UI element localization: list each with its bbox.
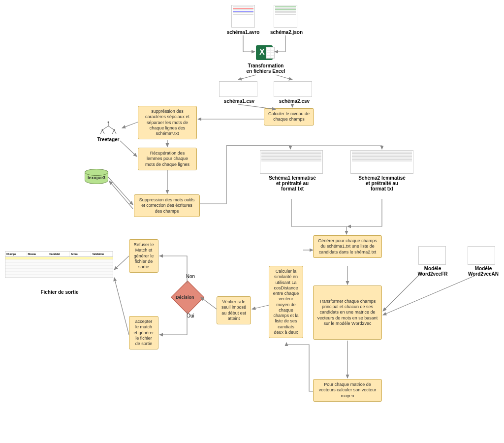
thumb-output-file: ChampsNiveauCandidatScoreValidation: [5, 251, 113, 278]
svg-line-1: [102, 126, 108, 130]
label-model-fr: Modéle Word2vecFR: [414, 266, 451, 277]
tree-icon: [96, 121, 120, 136]
label-model-an: Modéle Word2vecAN: [464, 266, 503, 277]
svg-point-9: [114, 129, 115, 131]
label-schema1-lemma: Schéma1 lemmatisé et prétraité au format…: [268, 175, 317, 191]
thumb-csv1: [219, 81, 257, 97]
decision-diamond: Décision: [176, 285, 199, 309]
box-suppress-special: suppréssion des caractéres sépciaux et s…: [138, 106, 197, 139]
svg-point-7: [108, 122, 109, 123]
label-csv2: schéma2.csv: [277, 98, 312, 104]
box-transform-vectors: Transformer chaque champs principal et c…: [313, 285, 382, 340]
thumb-file1: [231, 5, 255, 28]
box-recup-lemmes: Récupération des lemmes pour chaque mots…: [138, 148, 197, 170]
excel-icon: [256, 45, 273, 60]
box-verify-threshold: Vérifier si le seuil imposé au début est…: [217, 296, 251, 324]
box-refuse-match: Refuser le Match et générer le fichier d…: [129, 239, 158, 273]
thumb-schema2-lemma: [350, 150, 413, 174]
box-accept-match: accepter le match et générer le fichier …: [129, 316, 158, 349]
label-file1: schéma1.avro: [225, 30, 261, 35]
thumb-model-an: [468, 246, 495, 265]
thumb-csv2: [274, 81, 312, 97]
cylinder-lexique3: lexique3: [85, 172, 108, 187]
svg-point-8: [102, 129, 103, 131]
box-suppress-tools: Suppression des mots outils et correctio…: [134, 194, 200, 217]
label-transform-excel: Transformation en fichiers Excel: [241, 63, 290, 74]
box-calc-level: Calculer le niveau de chaque champs: [264, 108, 314, 126]
label-treetagger: Treetager: [94, 137, 122, 142]
label-csv1: schéma1.csv: [221, 98, 257, 104]
box-mean-vector: Pour chaque matrice de vecteurs calculer…: [313, 379, 382, 402]
thumb-schema1-lemma: [260, 150, 323, 174]
label-file2: schéma2.json: [269, 30, 304, 35]
label-decision-no: Non: [183, 274, 198, 279]
label-output-file: Fichier de sortie: [32, 289, 87, 295]
label-decision-yes: Oui: [183, 313, 198, 318]
thumb-file2: [274, 5, 297, 28]
box-cos-similarity: Calculer la similarité en utilisant La c…: [269, 266, 303, 338]
thumb-model-fr: [418, 246, 446, 265]
box-generate-candidates: Générer pour chaque champs du schéma1.tx…: [313, 235, 382, 258]
svg-line-2: [108, 126, 114, 130]
label-schema2-lemma: Schéma2 lemmatisé et prétraité au format…: [357, 175, 407, 191]
